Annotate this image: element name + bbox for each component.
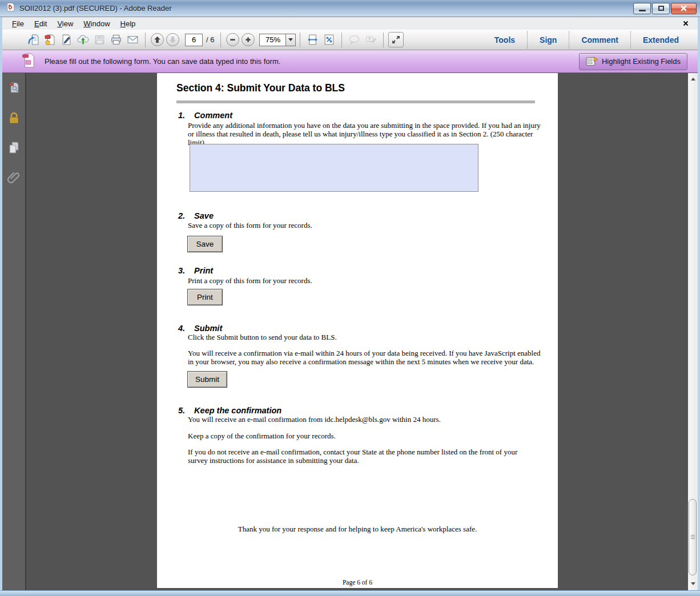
create-pdf-icon [44, 34, 56, 46]
scrollbar-thumb[interactable] [689, 499, 697, 575]
zoom-out-icon [229, 36, 236, 43]
window-bottom-border [0, 590, 700, 596]
fit-width-icon [307, 34, 319, 46]
attachments-paperclip-icon [6, 170, 22, 185]
comment-bubble-button[interactable] [347, 32, 362, 47]
pdf-page: Section 4: Submit Your Data to BLS 1.Com… [157, 73, 558, 588]
adobe-reader-window: SOII2012 (3).pdf (SECURED) - Adobe Reade… [0, 0, 700, 596]
heading-rule [176, 100, 535, 103]
menubar: File Edit View Window Help [2, 17, 698, 30]
navigation-pane [2, 73, 26, 590]
item-print-body: Print a copy of this form for your recor… [188, 276, 545, 285]
email-icon [127, 34, 139, 46]
form-print-button[interactable]: Print [187, 289, 223, 305]
menu-view[interactable]: View [52, 18, 78, 29]
close-button[interactable] [671, 3, 697, 14]
item-confirmation-body: You will receive an e-mail confirmation … [188, 415, 545, 424]
save-button[interactable] [92, 32, 107, 47]
item-title: Submit [194, 324, 222, 333]
menu-help[interactable]: Help [115, 18, 141, 29]
form-notice-icon [22, 53, 35, 71]
restore-icon [658, 6, 664, 11]
print-icon [110, 34, 122, 46]
sign-panel-button[interactable]: Sign [528, 35, 569, 45]
menu-file[interactable]: File [7, 18, 29, 29]
thank-you-text: Thank you for your response and for help… [157, 525, 558, 534]
restore-button[interactable] [652, 3, 670, 14]
item-save-title: 2.Save [178, 211, 214, 220]
chevron-down-icon [288, 38, 293, 41]
minimize-button[interactable] [633, 3, 651, 14]
form-submit-button[interactable]: Submit [187, 371, 227, 388]
sign-document-icon [61, 34, 73, 46]
print-button[interactable] [108, 32, 124, 47]
scroll-up-button[interactable] [688, 74, 698, 83]
zoom-in-button[interactable] [242, 33, 255, 46]
security-settings-button[interactable] [6, 110, 22, 126]
item-confirmation-body3: If you do not receive an e-mail confirma… [188, 448, 533, 465]
menu-window[interactable]: Window [78, 18, 115, 29]
save-icon [94, 34, 106, 46]
open-file-button[interactable] [26, 32, 41, 47]
comment-bubble-icon [348, 34, 360, 46]
close-icon [680, 5, 687, 11]
toolbar-separator [220, 33, 221, 47]
create-pdf-button[interactable] [42, 32, 58, 47]
scrollbar-grip [691, 535, 695, 539]
item-save-body: Save a copy of this form for your record… [188, 221, 545, 229]
item-title: Comment [194, 111, 232, 120]
comment-panel-button[interactable]: Comment [569, 35, 630, 45]
fit-page-icon [323, 34, 335, 46]
item-title: Print [194, 266, 213, 275]
scroll-up-icon [691, 78, 695, 80]
vertical-scrollbar[interactable] [688, 73, 698, 590]
next-page-button[interactable] [166, 33, 179, 46]
pages-icon [6, 140, 22, 155]
titlebar: SOII2012 (3).pdf (SECURED) - Adobe Reade… [0, 0, 700, 17]
item-number: 5. [178, 406, 185, 415]
item-number: 2. [178, 211, 185, 220]
minimize-icon [639, 10, 646, 11]
upload-cloud-button[interactable] [75, 32, 91, 47]
comment-textarea[interactable] [190, 144, 478, 192]
extended-panel-button[interactable]: Extended [631, 35, 691, 45]
menu-edit[interactable]: Edit [29, 18, 52, 29]
zoom-combo: 75% [259, 34, 296, 46]
email-button[interactable] [125, 32, 140, 47]
page-footer: Page 6 of 6 [157, 579, 558, 586]
zoom-in-icon [244, 36, 252, 43]
tools-button[interactable]: Tools [482, 35, 527, 45]
text-annotation-button[interactable] [363, 32, 379, 47]
window-title: SOII2012 (3).pdf (SECURED) - Adobe Reade… [19, 4, 172, 13]
scroll-down-button[interactable] [688, 579, 698, 588]
sign-document-button[interactable] [59, 32, 74, 47]
toolbar: / 6 75% [2, 30, 698, 50]
page-thumbnails-button[interactable] [6, 80, 22, 96]
document-canvas: Section 4: Submit Your Data to BLS 1.Com… [26, 73, 688, 590]
highlight-existing-fields-button[interactable]: Highlight Existing Fields [579, 53, 687, 70]
zoom-level-value[interactable]: 75% [259, 34, 285, 46]
content-area: Section 4: Submit Your Data to BLS 1.Com… [2, 73, 698, 590]
fit-page-button[interactable] [321, 32, 337, 47]
item-number: 1. [178, 111, 185, 120]
previous-page-button[interactable] [151, 33, 164, 46]
zoom-dropdown-button[interactable] [285, 34, 296, 46]
zoom-out-button[interactable] [226, 33, 239, 46]
toolbar-separator [341, 33, 342, 47]
fullscreen-icon [391, 34, 401, 45]
item-title: Save [194, 211, 214, 220]
pages-panel-button[interactable] [6, 139, 22, 155]
highlight-fields-icon [586, 57, 598, 66]
open-file-icon [27, 34, 39, 46]
fullscreen-button[interactable] [388, 32, 404, 47]
form-save-button[interactable]: Save [187, 236, 223, 252]
page-number-input[interactable] [185, 34, 203, 46]
previous-page-icon [154, 36, 161, 43]
close-document-icon [683, 21, 689, 26]
attachments-panel-button[interactable] [6, 169, 22, 185]
close-document-button[interactable] [678, 21, 693, 26]
item-submit-title: 4.Submit [178, 324, 222, 333]
toolbar-separator [145, 33, 146, 47]
item-comment-body: Provide any additional information you h… [188, 121, 545, 147]
fit-width-button[interactable] [305, 32, 320, 47]
